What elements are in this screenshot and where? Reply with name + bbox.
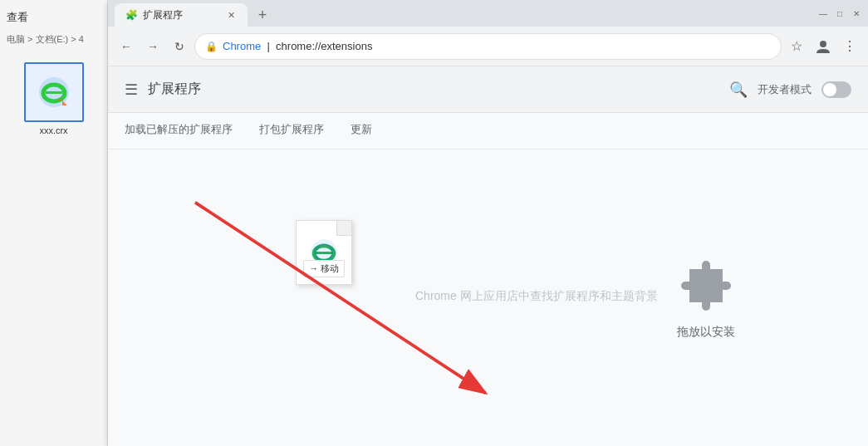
forward-button[interactable]: → xyxy=(141,35,164,58)
puzzle-icon xyxy=(677,257,735,315)
drop-label: 拖放以安装 xyxy=(677,325,735,340)
subnav-load[interactable]: 加载已解压的扩展程序 xyxy=(125,122,233,140)
subnav-update[interactable]: 更新 xyxy=(351,122,372,140)
dev-mode-toggle[interactable] xyxy=(821,81,851,98)
tab-title: 扩展程序 xyxy=(143,8,183,22)
bookmark-button[interactable]: ☆ xyxy=(785,35,808,58)
menu-button[interactable]: ⋮ xyxy=(838,35,861,58)
file-explorer-panel: 查看 电脑 > 文档(E:) > 4 xxx.crx xyxy=(0,0,108,446)
file-corner xyxy=(336,221,351,236)
header-right: 🔍 开发者模式 xyxy=(729,81,851,99)
minimize-button[interactable]: — xyxy=(818,8,828,18)
dragged-file-icon: → 移动 xyxy=(296,220,352,285)
profile-button[interactable] xyxy=(812,35,835,58)
subnav-pack[interactable]: 打包扩展程序 xyxy=(259,122,324,140)
extensions-page: ☰ 扩展程序 🔍 开发者模式 加载已解压的扩展程序 打包扩展程序 更新 Chro… xyxy=(108,66,868,446)
tab-favicon: 🧩 xyxy=(125,8,138,22)
crx-file-item[interactable]: xxx.crx xyxy=(7,62,101,135)
profile-icon xyxy=(815,38,831,55)
extensions-title: 扩展程序 xyxy=(148,81,201,98)
chrome-store-hint: Chrome 网上应用店中查找扩展程序和主题背景 xyxy=(415,289,658,304)
ie-icon-svg xyxy=(37,76,71,109)
secure-icon: 🔒 xyxy=(205,41,218,52)
breadcrumb: 电脑 > 文档(E:) > 4 xyxy=(7,32,101,54)
dev-mode-label: 开发者模式 xyxy=(758,82,812,97)
svg-rect-7 xyxy=(316,252,332,254)
search-button[interactable]: 🔍 xyxy=(729,81,748,99)
brand-name: Chrome xyxy=(223,40,261,52)
url-text: Chrome | chrome://extensions xyxy=(223,40,372,52)
active-tab[interactable]: 🧩 扩展程序 ✕ xyxy=(115,3,248,27)
extensions-subnav: 加载已解压的扩展程序 打包扩展程序 更新 xyxy=(108,113,868,149)
close-button[interactable]: ✕ xyxy=(851,8,861,18)
refresh-button[interactable]: ↻ xyxy=(168,35,191,58)
new-tab-button[interactable]: + xyxy=(251,3,274,27)
tab-close-button[interactable]: ✕ xyxy=(224,8,238,22)
browser-window: 🧩 扩展程序 ✕ + — □ ✕ ← → ↻ 🔒 Chrome | chrome… xyxy=(108,0,868,446)
svg-point-4 xyxy=(820,41,826,47)
extensions-header: ☰ 扩展程序 🔍 开发者模式 xyxy=(108,66,868,113)
maximize-button[interactable]: □ xyxy=(835,8,845,18)
move-badge: → 移动 xyxy=(303,260,345,277)
title-bar: 🧩 扩展程序 ✕ + — □ ✕ xyxy=(108,0,868,27)
extensions-content: Chrome 网上应用店中查找扩展程序和主题背景 → 移动 xyxy=(108,149,868,446)
file-label: xxx.crx xyxy=(39,125,67,135)
hamburger-button[interactable]: ☰ xyxy=(125,81,138,99)
svg-rect-2 xyxy=(46,91,62,94)
crx-file-icon xyxy=(24,62,84,122)
panel-label: 查看 xyxy=(7,7,101,32)
address-bar: ← → ↻ 🔒 Chrome | chrome://extensions ☆ ⋮ xyxy=(108,27,868,66)
tab-bar: 🧩 扩展程序 ✕ + xyxy=(108,0,812,27)
dragged-crx-file: → 移动 xyxy=(291,220,357,295)
url-bar[interactable]: 🔒 Chrome | chrome://extensions xyxy=(194,33,782,60)
window-controls: — □ ✕ xyxy=(812,0,868,27)
back-button[interactable]: ← xyxy=(115,35,138,58)
drop-zone: 拖放以安装 xyxy=(677,257,735,340)
